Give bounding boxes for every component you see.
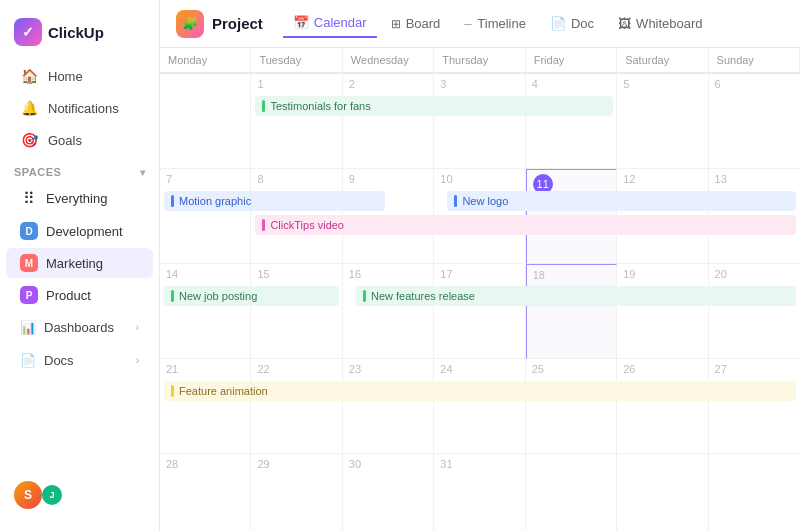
cell-w3-tue[interactable]: 15 <box>251 264 342 359</box>
logo-icon: ✓ <box>14 18 42 46</box>
sidebar-item-product-label: Product <box>46 288 91 303</box>
dashboards-icon: 📊 <box>20 320 36 335</box>
week-1: 1 2 3 4 5 6 Testimonials for fans <box>160 74 800 169</box>
sidebar-item-notifications-label: Notifications <box>48 101 119 116</box>
week-1-cells: 1 2 3 4 5 6 <box>160 74 800 169</box>
sidebar-docs-label: Docs <box>44 353 74 368</box>
header-sunday: Sunday <box>709 48 800 73</box>
cell-w4-sat[interactable]: 26 <box>617 359 708 454</box>
docs-chevron: › <box>136 355 139 366</box>
cell-w1-thu[interactable]: 3 <box>434 74 525 169</box>
cell-w3-mon[interactable]: 14 <box>160 264 251 359</box>
sidebar-item-goals-label: Goals <box>48 133 82 148</box>
sidebar-docs[interactable]: 📄 Docs › <box>6 345 153 376</box>
cell-w5-sun[interactable] <box>709 454 800 531</box>
sidebar-item-marketing-label: Marketing <box>46 256 103 271</box>
cell-w5-thu[interactable]: 31 <box>434 454 525 531</box>
development-dot: D <box>20 222 38 240</box>
cell-w4-thu[interactable]: 24 <box>434 359 525 454</box>
sidebar: ✓ ClickUp 🏠 Home 🔔 Notifications 🎯 Goals… <box>0 0 160 531</box>
spaces-section-header: Spaces ▾ <box>0 156 159 182</box>
cell-w4-tue[interactable]: 22 <box>251 359 342 454</box>
header-friday: Friday <box>526 48 617 73</box>
cell-w1-wed[interactable]: 2 <box>343 74 434 169</box>
sidebar-item-development-label: Development <box>46 224 123 239</box>
cell-w4-sun[interactable]: 27 <box>709 359 800 454</box>
sidebar-item-everything-label: Everything <box>46 191 107 206</box>
cell-w2-wed[interactable]: 9 <box>343 169 434 264</box>
cell-w5-sat[interactable] <box>617 454 708 531</box>
timeline-tab-icon: ⏤ <box>464 16 472 31</box>
cell-w2-thu[interactable]: 10 <box>434 169 525 264</box>
cell-w5-mon[interactable]: 28 <box>160 454 251 531</box>
tab-whiteboard[interactable]: 🖼 Whiteboard <box>608 10 712 37</box>
project-label: Project <box>212 15 263 32</box>
sidebar-item-goals[interactable]: 🎯 Goals <box>6 125 153 155</box>
avatar-primary[interactable]: S <box>14 481 42 509</box>
cell-w4-wed[interactable]: 23 <box>343 359 434 454</box>
cell-w1-sat[interactable]: 5 <box>617 74 708 169</box>
sidebar-item-marketing[interactable]: M Marketing <box>6 248 153 278</box>
cell-w5-fri[interactable] <box>526 454 617 531</box>
week-4: 21 22 23 24 25 26 27 Feature animation <box>160 359 800 454</box>
sidebar-item-home[interactable]: 🏠 Home <box>6 61 153 91</box>
cell-w2-tue[interactable]: 8 <box>251 169 342 264</box>
board-tab-icon: ⊞ <box>391 17 401 31</box>
cell-w3-wed[interactable]: 16 <box>343 264 434 359</box>
tab-timeline[interactable]: ⏤ Timeline <box>454 10 536 37</box>
cell-w3-fri[interactable]: 18 <box>526 264 617 359</box>
cell-w4-fri[interactable]: 25 <box>526 359 617 454</box>
cell-w1-sun[interactable]: 6 <box>709 74 800 169</box>
avatar-secondary[interactable]: J <box>42 485 62 505</box>
header-thursday: Thursday <box>434 48 525 73</box>
goals-icon: 🎯 <box>20 132 38 148</box>
calendar-header: Monday Tuesday Wednesday Thursday Friday… <box>160 48 800 74</box>
main-content: 🧩 Project 📅 Calendar ⊞ Board ⏤ Timeline … <box>160 0 800 531</box>
home-icon: 🏠 <box>20 68 38 84</box>
product-dot: P <box>20 286 38 304</box>
header-wednesday: Wednesday <box>343 48 434 73</box>
week-3: 14 15 16 17 18 19 20 New job posting Ne <box>160 264 800 359</box>
dashboards-chevron: › <box>136 322 139 333</box>
week-3-cells: 14 15 16 17 18 19 20 <box>160 264 800 359</box>
calendar-container: Monday Tuesday Wednesday Thursday Friday… <box>160 48 800 531</box>
marketing-dot: M <box>20 254 38 272</box>
header-tuesday: Tuesday <box>251 48 342 73</box>
tab-calendar[interactable]: 📅 Calendar <box>283 9 377 38</box>
cell-w1-mon[interactable] <box>160 74 251 169</box>
cell-w2-fri[interactable]: 11 <box>526 169 617 264</box>
tab-board[interactable]: ⊞ Board <box>381 10 451 37</box>
sidebar-item-development[interactable]: D Development <box>6 216 153 246</box>
cell-w2-sat[interactable]: 12 <box>617 169 708 264</box>
sidebar-item-product[interactable]: P Product <box>6 280 153 310</box>
sidebar-item-notifications[interactable]: 🔔 Notifications <box>6 93 153 123</box>
docs-icon: 📄 <box>20 353 36 368</box>
project-icon: 🧩 <box>176 10 204 38</box>
cell-w2-sun[interactable]: 13 <box>709 169 800 264</box>
sidebar-dashboards[interactable]: 📊 Dashboards › <box>6 312 153 343</box>
cell-w5-tue[interactable]: 29 <box>251 454 342 531</box>
sidebar-bottom: S J <box>0 471 159 519</box>
notifications-icon: 🔔 <box>20 100 38 116</box>
cell-w2-mon[interactable]: 7 <box>160 169 251 264</box>
tab-doc[interactable]: 📄 Doc <box>540 10 604 37</box>
logo-area: ✓ ClickUp <box>0 12 159 60</box>
logo-text: ClickUp <box>48 24 104 41</box>
everything-icon: ⠿ <box>20 189 38 208</box>
whiteboard-tab-icon: 🖼 <box>618 16 631 31</box>
week-5: 28 29 30 31 <box>160 454 800 531</box>
sidebar-item-everything[interactable]: ⠿ Everything <box>6 183 153 214</box>
week-2-cells: 7 8 9 10 11 12 13 <box>160 169 800 264</box>
cell-w3-thu[interactable]: 17 <box>434 264 525 359</box>
topnav: 🧩 Project 📅 Calendar ⊞ Board ⏤ Timeline … <box>160 0 800 48</box>
cell-w1-fri[interactable]: 4 <box>526 74 617 169</box>
cell-w1-tue[interactable]: 1 <box>251 74 342 169</box>
spaces-chevron[interactable]: ▾ <box>140 167 146 178</box>
cell-w3-sun[interactable]: 20 <box>709 264 800 359</box>
week-4-cells: 21 22 23 24 25 26 27 <box>160 359 800 454</box>
cell-w3-sat[interactable]: 19 <box>617 264 708 359</box>
sidebar-item-home-label: Home <box>48 69 83 84</box>
cell-w4-mon[interactable]: 21 <box>160 359 251 454</box>
calendar-tab-icon: 📅 <box>293 15 309 30</box>
cell-w5-wed[interactable]: 30 <box>343 454 434 531</box>
